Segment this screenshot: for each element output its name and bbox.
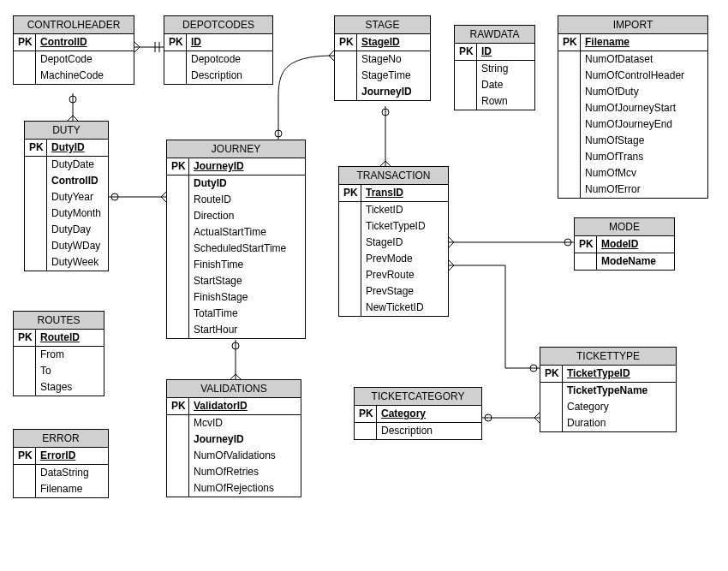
entity-title: CONTROLHEADER	[14, 16, 134, 34]
attr: DutyDate	[47, 156, 108, 173]
pk-attr: ControlID	[36, 34, 134, 51]
entity-journey: JOURNEY PK JourneyID DutyID RouteID Dire…	[166, 140, 306, 339]
attr: StageTime	[357, 68, 430, 84]
attr: From	[36, 346, 104, 363]
attr: NumOfTrans	[581, 149, 707, 165]
entity-title: TICKETTYPE	[540, 348, 676, 366]
pk-label: PK	[14, 448, 35, 464]
attr: Date	[477, 77, 534, 93]
attr: DutyWeek	[47, 254, 108, 271]
fk-attr: ControlID	[47, 173, 108, 189]
attr: Description	[377, 422, 481, 439]
entity-title: VALIDATIONS	[167, 380, 301, 398]
entity-ticketcategory: TICKETCATEGORY PK Category Description	[354, 387, 482, 440]
attr: FinishTime	[189, 257, 305, 273]
attr: NumOfRejections	[189, 480, 301, 497]
svg-point-12	[564, 239, 571, 246]
pk-attr: Filename	[581, 34, 707, 51]
entity-duty: DUTY PK DutyID DutyDate ControlID DutyYe…	[24, 121, 109, 271]
pk-label: PK	[540, 366, 562, 382]
pk-attr: TicketTypeID	[563, 366, 676, 382]
attr: StageID	[361, 235, 448, 251]
entity-title: IMPORT	[558, 16, 707, 34]
attr: DutyWDay	[47, 238, 108, 254]
svg-point-11	[382, 109, 389, 116]
attr: Description	[187, 68, 272, 84]
attr: DutyYear	[47, 189, 108, 205]
pk-attr: Category	[377, 406, 481, 422]
attr: ActualStartTime	[189, 224, 305, 241]
pk-label: PK	[455, 44, 476, 60]
attr: To	[36, 363, 104, 379]
entity-import: IMPORT PK Filename NumOfDataset NumOfCon…	[558, 15, 708, 199]
pk-label: PK	[575, 236, 596, 253]
pk-label: PK	[14, 34, 35, 51]
attr: TicketTypeName	[563, 382, 676, 399]
svg-point-4	[69, 96, 76, 103]
attr: NumOfRetries	[189, 464, 301, 480]
entity-title: DUTY	[25, 122, 108, 140]
entity-stage: STAGE PK StageID StageNo StageTime Journ…	[334, 15, 431, 101]
attr: DepotCode	[36, 51, 134, 68]
attr: MachineCode	[36, 68, 134, 84]
fk-attr: JourneyID	[357, 84, 430, 100]
attr: McvID	[189, 414, 301, 431]
attr: NumOfJourneyEnd	[581, 116, 707, 133]
attr: NumOfMcv	[581, 165, 707, 181]
attr: Rown	[477, 93, 534, 110]
svg-point-13	[530, 365, 537, 372]
attr: PrevMode	[361, 251, 448, 267]
pk-label: PK	[14, 330, 35, 346]
attr: ScheduledStartTime	[189, 241, 305, 257]
pk-attr: ErrorID	[36, 448, 108, 464]
attr: Direction	[189, 208, 305, 224]
entity-title: JOURNEY	[167, 140, 305, 158]
pk-attr: ModeID	[597, 236, 674, 253]
pk-attr: ValidatorID	[189, 398, 301, 414]
entity-title: RAWDATA	[455, 26, 534, 44]
attr: PrevStage	[361, 283, 448, 300]
attr: DutyDay	[47, 222, 108, 238]
pk-label: PK	[339, 185, 361, 201]
attr: NumOfError	[581, 181, 707, 198]
attr: TicketID	[361, 201, 448, 218]
entity-routes: ROUTES PK RouteID From To Stages	[13, 311, 104, 396]
pk-label: PK	[558, 34, 580, 51]
fk-attr: JourneyID	[189, 431, 301, 448]
svg-point-7	[275, 130, 282, 137]
entity-error: ERROR PK ErrorID DataString Filename	[13, 429, 109, 498]
attr: PrevRoute	[361, 267, 448, 283]
entity-controlheader: CONTROLHEADER PK ControlID DepotCode Mac…	[13, 15, 134, 85]
attr: NewTicketID	[361, 300, 448, 316]
attr: Depotcode	[187, 51, 272, 68]
fk-attr: DutyID	[189, 175, 305, 192]
svg-point-15	[485, 414, 492, 421]
attr: StartHour	[189, 322, 305, 338]
pk-label: PK	[335, 34, 356, 51]
entity-title: DEPOTCODES	[164, 16, 272, 34]
attr: NumOfStage	[581, 133, 707, 149]
attr: NumOfDuty	[581, 84, 707, 100]
entity-title: TICKETCATEGORY	[355, 388, 481, 406]
attr: Filename	[36, 481, 108, 497]
pk-attr: DutyID	[47, 140, 108, 156]
pk-attr: RouteID	[36, 330, 104, 346]
attr: TicketTypeID	[361, 218, 448, 235]
entity-transaction: TRANSACTION PK TransID TicketID TicketTy…	[338, 166, 449, 317]
pk-label: PK	[167, 398, 188, 414]
svg-point-9	[232, 342, 239, 349]
attr: Stages	[36, 379, 104, 396]
entity-tickettype: TICKETTYPE PK TicketTypeID TicketTypeNam…	[540, 347, 677, 432]
pk-attr: ID	[477, 44, 534, 60]
attr: Duration	[563, 415, 676, 431]
attr: RouteID	[189, 192, 305, 208]
entity-depotcodes: DEPOTCODES PK ID Depotcode Description	[164, 15, 273, 85]
pk-label: PK	[355, 406, 376, 422]
pk-attr: JourneyID	[189, 158, 305, 175]
pk-attr: StageID	[357, 34, 430, 51]
entity-title: STAGE	[335, 16, 430, 34]
attr: NumOfValidations	[189, 448, 301, 464]
pk-label: PK	[167, 158, 188, 175]
entity-rawdata: RAWDATA PK ID String Date Rown	[454, 25, 535, 110]
entity-title: TRANSACTION	[339, 167, 448, 185]
